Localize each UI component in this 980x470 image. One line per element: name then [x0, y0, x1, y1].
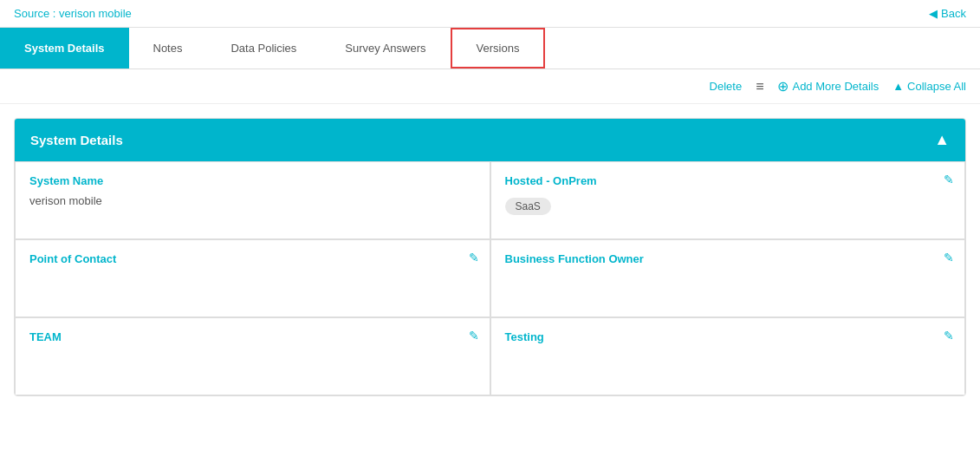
card-edit-icon-team[interactable]: ✎ — [469, 329, 479, 343]
add-more-label: Add More Details — [792, 80, 879, 93]
tab-versions[interactable]: Versions — [451, 28, 546, 69]
menu-icon[interactable]: ≡ — [756, 79, 763, 95]
collapse-all-button[interactable]: ▲ Collapse All — [892, 80, 966, 93]
collapse-label: Collapse All — [907, 80, 966, 93]
card-title-system-name: System Name — [29, 174, 476, 187]
card-title-business-function-owner: Business Function Owner — [505, 252, 951, 265]
cards-grid: System Nameverison mobileHosted - OnPrem… — [15, 161, 965, 395]
card-system-name: System Nameverison mobile — [15, 161, 490, 239]
card-edit-icon-testing[interactable]: ✎ — [944, 329, 954, 343]
card-point-of-contact: Point of Contact✎ — [15, 239, 490, 317]
card-testing: Testing✎ — [490, 317, 966, 395]
plus-icon: ⊕ — [777, 78, 789, 95]
back-icon: ◀ — [929, 7, 938, 20]
tab-system-details[interactable]: System Details — [0, 28, 129, 69]
card-title-hosted-onprem: Hosted - OnPrem — [505, 174, 951, 187]
card-badge-hosted-onprem: SaaS — [505, 198, 551, 215]
system-details-panel: System Details ▲ System Nameverison mobi… — [14, 118, 966, 396]
tab-data-policies[interactable]: Data Policies — [206, 28, 321, 69]
source-link[interactable]: Source : verison mobile — [14, 7, 132, 20]
back-button[interactable]: ◀ Back — [929, 7, 966, 20]
back-label: Back — [941, 7, 966, 20]
card-hosted-onprem: Hosted - OnPremSaaS✎ — [490, 161, 966, 239]
delete-button[interactable]: Delete — [710, 80, 743, 93]
card-business-function-owner: Business Function Owner✎ — [490, 239, 966, 317]
collapse-icon: ▲ — [892, 80, 904, 93]
card-edit-icon-hosted-onprem[interactable]: ✎ — [944, 173, 954, 186]
add-more-details-button[interactable]: ⊕ Add More Details — [777, 78, 879, 95]
card-value-system-name: verison mobile — [29, 194, 476, 207]
section-title: System Details — [30, 133, 123, 147]
card-team: TEAM✎ — [15, 317, 490, 395]
card-title-testing: Testing — [505, 330, 951, 343]
card-edit-icon-point-of-contact[interactable]: ✎ — [469, 251, 479, 264]
toolbar: Delete ≡ ⊕ Add More Details ▲ Collapse A… — [0, 69, 980, 104]
tab-notes[interactable]: Notes — [129, 28, 207, 69]
section-header: System Details ▲ — [15, 119, 965, 161]
section-collapse-icon[interactable]: ▲ — [934, 131, 950, 149]
tab-survey-answers[interactable]: Survey Answers — [321, 28, 450, 69]
top-bar: Source : verison mobile ◀ Back — [0, 0, 980, 28]
card-edit-icon-business-function-owner[interactable]: ✎ — [944, 251, 954, 264]
card-title-team: TEAM — [29, 330, 476, 343]
card-title-point-of-contact: Point of Contact — [29, 252, 476, 265]
tabs-bar: System Details Notes Data Policies Surve… — [0, 28, 980, 69]
